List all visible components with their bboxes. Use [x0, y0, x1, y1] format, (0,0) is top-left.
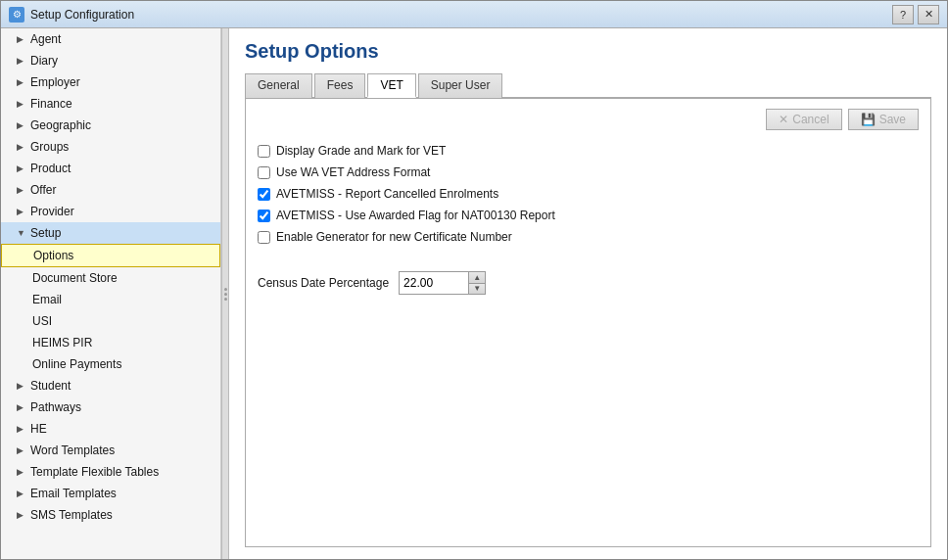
toolbar: ✕ Cancel 💾 Save	[258, 109, 919, 130]
sidebar-arrow-offer: ▶	[17, 185, 26, 195]
sidebar-label-he: HE	[30, 422, 47, 436]
resize-handle[interactable]	[221, 28, 229, 559]
sidebar-label-pathways: Pathways	[30, 400, 81, 414]
sidebar-item-diary[interactable]: ▶Diary	[1, 50, 220, 71]
sidebar-arrow-agent: ▶	[17, 34, 26, 44]
window-controls: ? ✕	[892, 5, 939, 24]
tab-content-vet: ✕ Cancel 💾 Save Display Grade and Mark f…	[245, 99, 931, 547]
sidebar-item-pathways[interactable]: ▶Pathways	[1, 397, 220, 418]
sidebar-arrow-groups: ▶	[17, 142, 26, 152]
sidebar-item-setup[interactable]: ▼Setup	[1, 222, 220, 244]
sidebar-label-word-templates: Word Templates	[30, 443, 115, 457]
sidebar-label-product: Product	[30, 162, 71, 175]
sidebar-item-agent[interactable]: ▶Agent	[1, 28, 220, 50]
checkbox-wa-vet-address-label[interactable]: Use WA VET Address Format	[276, 165, 430, 179]
checkbox-enable-generator-label[interactable]: Enable Generator for new Certificate Num…	[276, 230, 512, 244]
title-bar: ⚙ Setup Configuration ? ✕	[1, 1, 947, 28]
sidebar-label-offer: Offer	[30, 183, 56, 197]
checkbox-row-1: Display Grade and Mark for VET	[258, 144, 919, 158]
sidebar-item-online-payments[interactable]: Online Payments	[1, 353, 220, 375]
checkbox-row-2: Use WA VET Address Format	[258, 165, 919, 179]
sidebar-arrow-provider: ▶	[17, 207, 26, 216]
checkbox-display-grade[interactable]	[258, 145, 270, 158]
checkbox-row-5: Enable Generator for new Certificate Num…	[258, 230, 919, 244]
save-icon: 💾	[861, 113, 876, 126]
vet-options: Display Grade and Mark for VET Use WA VE…	[258, 144, 919, 295]
sidebar-label-template-flexible-tables: Template Flexible Tables	[30, 465, 159, 479]
sidebar-label-geographic: Geographic	[30, 118, 91, 132]
cancel-icon: ✕	[779, 113, 788, 126]
sidebar-item-offer[interactable]: ▶Offer	[1, 179, 220, 201]
census-date-row: Census Date Percentage ▲ ▼	[258, 271, 919, 295]
sidebar-label-student: Student	[30, 379, 71, 393]
sidebar-label-agent: Agent	[30, 32, 61, 46]
sidebar-label-groups: Groups	[30, 140, 69, 154]
spinner-up-button[interactable]: ▲	[469, 272, 485, 283]
sidebar-arrow-student: ▶	[17, 381, 26, 391]
sidebar-item-finance[interactable]: ▶Finance	[1, 93, 220, 115]
page-title: Setup Options	[245, 40, 931, 63]
tab-super-user[interactable]: Super User	[418, 73, 503, 98]
sidebar: ▶Agent▶Diary▶Employer▶Finance▶Geographic…	[1, 28, 221, 559]
checkbox-enable-generator[interactable]	[258, 231, 270, 244]
sidebar-arrow-finance: ▶	[17, 99, 26, 109]
checkbox-row-3: AVETMISS - Report Cancelled Enrolments	[258, 187, 919, 201]
spinner-down-button[interactable]: ▼	[469, 283, 485, 294]
sidebar-arrow-geographic: ▶	[17, 120, 26, 130]
sidebar-item-email-templates[interactable]: ▶Email Templates	[1, 483, 220, 504]
main-window: ⚙ Setup Configuration ? ✕ ▶Agent▶Diary▶E…	[0, 0, 948, 560]
sidebar-item-groups[interactable]: ▶Groups	[1, 136, 220, 158]
sidebar-item-heims-pir[interactable]: HEIMS PIR	[1, 332, 220, 353]
window-title: Setup Configuration	[30, 8, 134, 22]
sidebar-item-options[interactable]: Options	[1, 244, 220, 267]
checkbox-avetmiss-report-cancelled-label[interactable]: AVETMISS - Report Cancelled Enrolments	[276, 187, 498, 201]
save-button[interactable]: 💾 Save	[848, 109, 919, 130]
sidebar-item-student[interactable]: ▶Student	[1, 375, 220, 397]
checkbox-display-grade-label[interactable]: Display Grade and Mark for VET	[276, 144, 446, 158]
checkbox-avetmiss-awarded-flag-label[interactable]: AVETMISS - Use Awarded Flag for NAT00130…	[276, 209, 555, 222]
resize-dot-3	[224, 298, 227, 301]
sidebar-arrow-template-flexible-tables: ▶	[17, 467, 26, 477]
resize-dot-1	[224, 288, 227, 291]
sidebar-label-employer: Employer	[30, 75, 80, 89]
sidebar-arrow-product: ▶	[17, 163, 26, 173]
census-date-input[interactable]	[400, 272, 468, 294]
content-area: Setup Options General Fees VET Super Use…	[229, 28, 947, 559]
tab-general[interactable]: General	[245, 73, 312, 98]
sidebar-arrow-he: ▶	[17, 424, 26, 434]
tabs-bar: General Fees VET Super User	[245, 72, 931, 99]
spinner-buttons: ▲ ▼	[468, 272, 485, 294]
sidebar-item-product[interactable]: ▶Product	[1, 158, 220, 179]
sidebar-item-he[interactable]: ▶HE	[1, 418, 220, 440]
tab-vet[interactable]: VET	[367, 73, 415, 98]
cancel-button[interactable]: ✕ Cancel	[766, 109, 841, 130]
checkbox-wa-vet-address[interactable]	[258, 166, 270, 179]
census-date-label: Census Date Percentage	[258, 276, 389, 290]
checkbox-avetmiss-report-cancelled[interactable]	[258, 188, 270, 201]
sidebar-item-email[interactable]: Email	[1, 289, 220, 310]
cancel-label: Cancel	[792, 113, 829, 126]
help-button[interactable]: ?	[892, 5, 914, 24]
resize-dot-2	[224, 293, 227, 296]
app-icon: ⚙	[9, 7, 24, 23]
sidebar-item-usi[interactable]: USI	[1, 310, 220, 332]
sidebar-label-provider: Provider	[30, 205, 74, 218]
sidebar-item-sms-templates[interactable]: ▶SMS Templates	[1, 504, 220, 526]
main-content: ▶Agent▶Diary▶Employer▶Finance▶Geographic…	[1, 28, 947, 559]
sidebar-item-employer[interactable]: ▶Employer	[1, 71, 220, 93]
checkbox-avetmiss-awarded-flag[interactable]	[258, 210, 270, 222]
sidebar-item-provider[interactable]: ▶Provider	[1, 201, 220, 222]
sidebar-label-sms-templates: SMS Templates	[30, 508, 113, 522]
sidebar-label-finance: Finance	[30, 97, 72, 111]
sidebar-arrow-setup: ▼	[17, 228, 26, 238]
save-label: Save	[879, 113, 906, 126]
sidebar-item-word-templates[interactable]: ▶Word Templates	[1, 440, 220, 461]
sidebar-item-document-store[interactable]: Document Store	[1, 267, 220, 289]
sidebar-arrow-email-templates: ▶	[17, 489, 26, 498]
sidebar-item-template-flexible-tables[interactable]: ▶Template Flexible Tables	[1, 461, 220, 483]
sidebar-label-diary: Diary	[30, 54, 58, 68]
close-button[interactable]: ✕	[918, 5, 939, 24]
sidebar-item-geographic[interactable]: ▶Geographic	[1, 115, 220, 136]
checkbox-row-4: AVETMISS - Use Awarded Flag for NAT00130…	[258, 209, 919, 222]
tab-fees[interactable]: Fees	[314, 73, 366, 98]
